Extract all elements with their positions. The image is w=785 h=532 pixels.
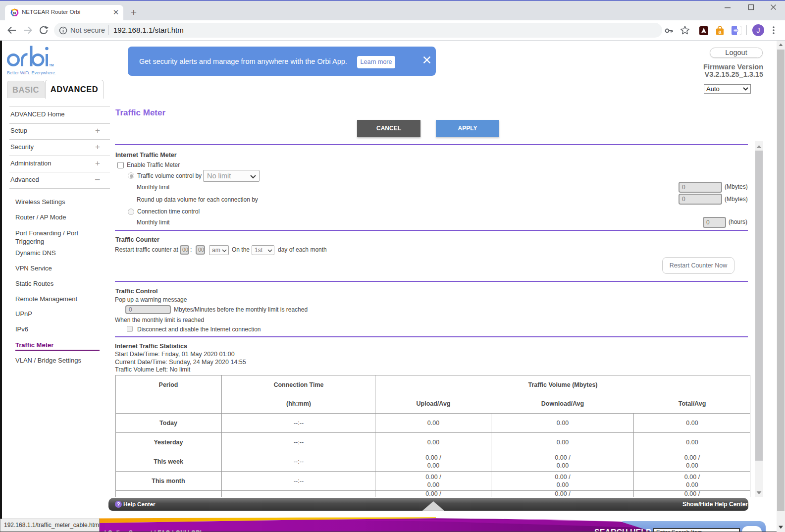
svg-text:N: N (13, 11, 16, 15)
svg-text:TM: TM (49, 63, 53, 67)
svg-text:Better WiFi. Everywhere.: Better WiFi. Everywhere. (7, 70, 56, 75)
svg-text:a: a (719, 29, 722, 35)
